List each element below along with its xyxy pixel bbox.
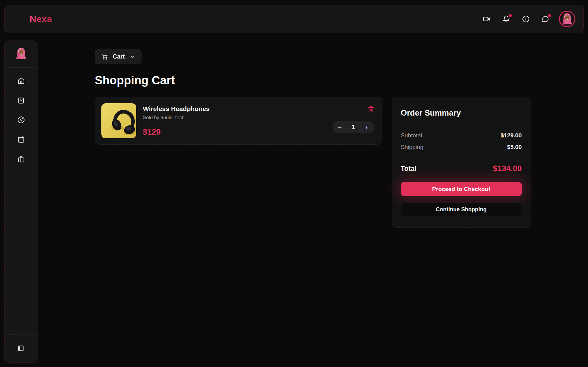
cart-section-dropdown[interactable]: Cart [95, 49, 141, 64]
quantity-value: 1 [352, 124, 355, 131]
continue-shopping-button[interactable]: Continue Shopping [401, 203, 522, 216]
brand-logo: Nexa [30, 14, 52, 24]
subtotal-value: $129.00 [501, 132, 522, 139]
messages-chat-icon[interactable] [542, 15, 549, 23]
notification-badge-dot [509, 14, 512, 17]
trash-icon[interactable] [368, 106, 374, 113]
quantity-stepper: − 1 + [333, 121, 374, 133]
item-seller: Sold by audio_tech [143, 115, 326, 120]
message-badge-dot [548, 14, 551, 17]
summary-divider [401, 125, 522, 125]
shipping-value: $5.00 [507, 144, 522, 151]
quantity-decrease-button[interactable]: − [337, 124, 342, 130]
subtotal-row: Subtotal $129.00 [401, 132, 522, 139]
item-price: $129 [143, 127, 326, 137]
sidebar [4, 40, 38, 363]
cart-item-card: Wireless Headphones Sold by audio_tech $… [95, 97, 382, 145]
panel-left-collapse-icon[interactable] [17, 345, 25, 352]
main-content: Cart Shopping Cart [38, 34, 588, 367]
notifications-bell-icon[interactable] [503, 15, 510, 23]
shipping-row: Shipping $5.00 [401, 144, 522, 151]
total-value: $134.00 [493, 164, 522, 173]
user-avatar[interactable] [559, 11, 575, 27]
create-plus-circle-icon[interactable] [522, 15, 530, 23]
avatar-hijab-illustration [561, 13, 573, 26]
item-name: Wireless Headphones [143, 105, 326, 113]
item-controls: − 1 + [333, 103, 374, 138]
page-title: Shopping Cart [95, 74, 531, 87]
top-bar: Nexa [4, 5, 584, 33]
video-icon[interactable] [483, 15, 490, 23]
home-icon[interactable] [17, 77, 25, 84]
sidebar-footer [5, 334, 38, 362]
calendar-icon[interactable] [17, 136, 25, 143]
compass-icon[interactable] [17, 116, 25, 124]
shopping-bag-icon[interactable] [17, 97, 25, 104]
shopping-cart-icon [101, 53, 108, 60]
quantity-increase-button[interactable]: + [364, 124, 369, 130]
header-actions [471, 11, 575, 27]
total-label: Total [401, 165, 417, 173]
section-button-label: Cart [113, 53, 125, 60]
chevron-down-icon [130, 54, 135, 59]
order-summary-card: Order Summary Subtotal $129.00 Shipping … [392, 97, 531, 228]
proceed-to-checkout-button[interactable]: Proceed to Checkout [401, 182, 522, 196]
avatar-hijab-illustration [15, 47, 28, 61]
sidebar-profile-avatar[interactable] [5, 41, 38, 68]
order-summary-title: Order Summary [401, 108, 522, 118]
briefcase-icon[interactable] [17, 155, 25, 163]
subtotal-label: Subtotal [401, 132, 422, 139]
total-row: Total $134.00 [401, 164, 522, 173]
sidebar-nav [17, 68, 25, 163]
shipping-label: Shipping [401, 144, 424, 151]
item-info: Wireless Headphones Sold by audio_tech $… [143, 103, 326, 138]
summary-dashed-divider [401, 157, 522, 157]
product-image[interactable] [101, 103, 136, 138]
